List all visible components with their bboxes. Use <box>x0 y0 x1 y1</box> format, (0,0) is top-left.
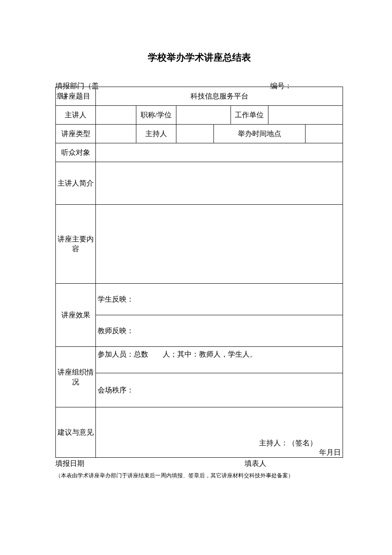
audience-label: 听众对象 <box>56 143 96 162</box>
table-row: 主讲人简介 <box>56 162 343 205</box>
attendance-text: 参加人员：总数 人；其中：教师人，学生人。 <box>96 347 343 373</box>
footnote: （本表由学术讲座举办部门于讲座结束后一周内填报、签章后，其它讲座材料交科技外事处… <box>55 472 343 479</box>
footer-row: 填报日期 填表人 <box>55 459 343 468</box>
dept-label-line2: 章） <box>56 92 71 101</box>
speaker-value <box>96 106 136 125</box>
suggest-value: 主持人：（签名） 年月日 <box>96 407 343 458</box>
date-label: 年月日 <box>319 447 341 457</box>
content-value <box>96 205 343 284</box>
org-label: 讲座组织情况 <box>56 347 96 407</box>
table-row: 主讲人 职称/学位 工作单位 <box>56 106 343 125</box>
table-row: 讲座主要内容 <box>56 205 343 284</box>
student-feedback: 学生反映： <box>96 284 343 315</box>
timeplace-value <box>306 125 343 143</box>
title-degree-label: 职称/学位 <box>136 106 176 125</box>
table-row: 教师反映： <box>56 315 343 347</box>
timeplace-label: 举办时间地点 <box>213 125 306 143</box>
title-degree-value <box>176 106 231 125</box>
summary-table: 讲座题目 科技信息服务平台 主讲人 职称/学位 工作单位 讲座类型 主持人 举办… <box>55 87 343 458</box>
filler-label: 填表人 <box>245 459 343 468</box>
table-row: 建议与意见 主持人：（签名） 年月日 <box>56 407 343 458</box>
number-label: 编号： <box>270 81 343 91</box>
dept-label: 填报部门（盖 <box>55 81 270 91</box>
order-text: 会场秩序： <box>96 373 343 407</box>
fill-date-label: 填报日期 <box>55 459 245 468</box>
table-row: 讲座组织情况 参加人员：总数 人；其中：教师人，学生人。 <box>56 347 343 373</box>
table-row: 讲座效果 学生反映： <box>56 284 343 315</box>
workplace-label: 工作单位 <box>231 106 268 125</box>
page-title: 学校举办学术讲座总结表 <box>55 51 343 64</box>
bio-label: 主讲人简介 <box>56 162 96 205</box>
teacher-feedback: 教师反映： <box>96 315 343 347</box>
suggest-label: 建议与意见 <box>56 407 96 458</box>
type-label: 讲座类型 <box>56 125 96 143</box>
bio-value <box>96 162 343 205</box>
effect-label: 讲座效果 <box>56 284 96 347</box>
table-row: 听众对象 <box>56 143 343 162</box>
table-row: 讲座类型 主持人 举办时间地点 <box>56 125 343 143</box>
audience-value <box>96 143 343 162</box>
workplace-value <box>268 106 343 125</box>
host-label: 主持人 <box>136 125 176 143</box>
host-value <box>176 125 214 143</box>
speaker-label: 主讲人 <box>56 106 96 125</box>
table-row: 会场秩序： <box>56 373 343 407</box>
type-value <box>96 125 136 143</box>
sign-label: 主持人：（签名） <box>259 438 317 448</box>
content-label: 讲座主要内容 <box>56 205 96 284</box>
header-row: 填报部门（盖 编号： <box>55 81 343 91</box>
